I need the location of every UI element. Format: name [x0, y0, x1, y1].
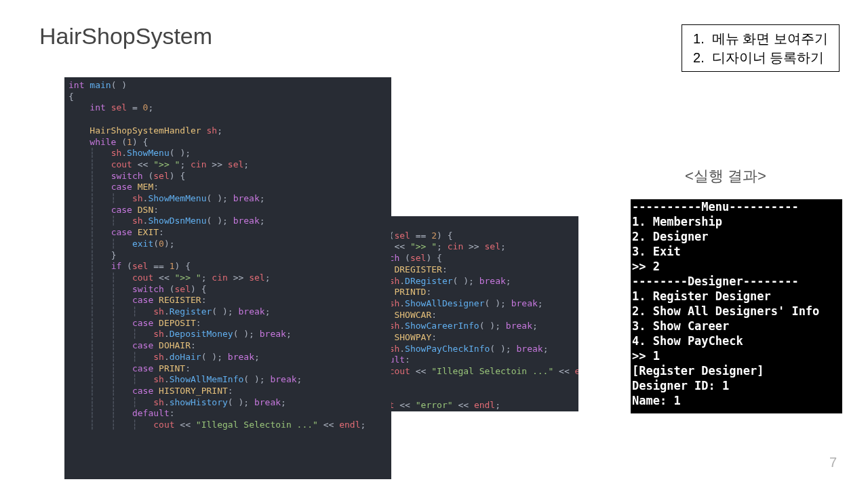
result-heading: <실행 결과>: [685, 166, 766, 186]
code-block-main: int main( ) { int sel = 0; HairShopSyste…: [64, 77, 391, 479]
steps-box: 1. 메뉴 화면 보여주기 2. 디자이너 등록하기: [682, 24, 840, 72]
step-2: 2. 디자이너 등록하기: [693, 48, 828, 67]
console-output: ----------Menu---------- 1. Membership 2…: [631, 199, 842, 413]
page-number: 7: [829, 455, 837, 470]
step-1: 1. 메뉴 화면 보여주기: [693, 29, 828, 48]
slide-title: HairShopSystem: [39, 23, 212, 49]
